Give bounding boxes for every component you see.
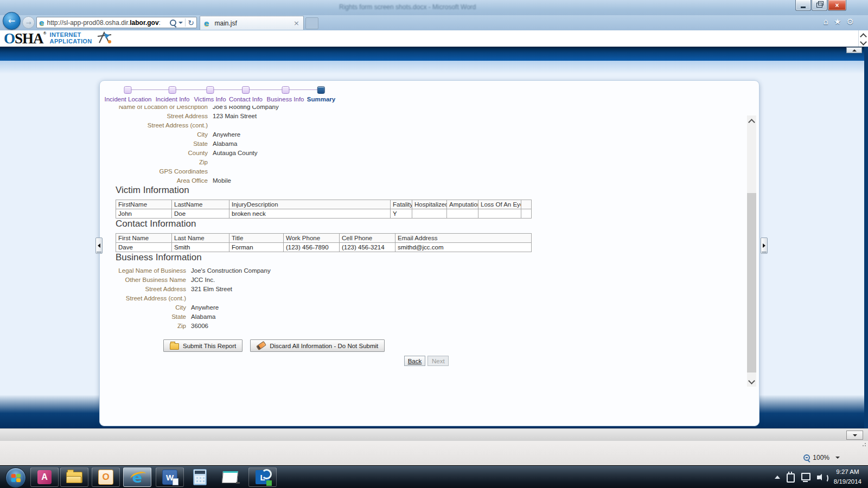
step-summary[interactable]: Summary: [307, 86, 335, 102]
table-row[interactable]: John Doe broken neck Y: [116, 209, 532, 219]
column-header[interactable]: First Name: [116, 234, 172, 243]
column-header[interactable]: Loss Of An Eye: [478, 200, 521, 209]
taskbar-item-outlook[interactable]: O: [92, 467, 120, 487]
form-row: Street Address (cont.): [116, 293, 737, 303]
column-header[interactable]: Amputation: [447, 200, 478, 209]
next-button-disabled: Next: [427, 356, 449, 366]
taskbar-item-l-app[interactable]: L: [248, 467, 277, 487]
column-header[interactable]: Email Address: [395, 234, 532, 243]
taskbar-item-word[interactable]: W: [156, 467, 184, 487]
form-row: StateAlabama: [116, 139, 737, 148]
taskbar-item-access[interactable]: A: [30, 467, 59, 487]
scrollbar-thumb[interactable]: [747, 193, 756, 373]
column-header[interactable]: LastName: [172, 200, 229, 209]
forward-nav-button[interactable]: →: [22, 16, 35, 29]
right-panel-collapse-handle[interactable]: [761, 237, 768, 254]
column-header[interactable]: Last Name: [172, 234, 229, 243]
triangle-left-icon: [98, 243, 100, 248]
column-header[interactable]: Title: [229, 234, 284, 243]
browser-tab[interactable]: e main.jsf ×: [200, 16, 304, 30]
step-business-info[interactable]: Business Info: [266, 86, 304, 102]
action-buttons: Submit This Report Discard All Informati…: [116, 339, 737, 352]
taskbar-clock[interactable]: 9:27 AM 8/19/2014: [834, 467, 861, 487]
zoom-control[interactable]: 100%: [803, 454, 840, 461]
new-tab-button[interactable]: [305, 17, 318, 29]
speaker-icon[interactable]: [817, 476, 820, 479]
folder-explorer-icon: [66, 472, 82, 483]
back-nav-button[interactable]: ←: [3, 12, 21, 30]
column-header[interactable]: FirstName: [116, 200, 172, 209]
column-header[interactable]: Hospitalized: [412, 200, 447, 209]
tab-close-icon[interactable]: ×: [293, 19, 299, 27]
table-row[interactable]: Dave Smith Forman (123) 456-7890 (123) 4…: [116, 243, 532, 252]
discard-button[interactable]: Discard All Information - Do Not Submit: [250, 339, 385, 352]
step-incident-location[interactable]: Incident Location: [105, 86, 152, 102]
tools-gear-icon[interactable]: ⚙: [847, 17, 854, 27]
refresh-icon[interactable]: ↻: [188, 19, 194, 27]
search-dropdown-icon[interactable]: [178, 22, 183, 24]
windows-logo-icon: [11, 473, 21, 482]
network-icon[interactable]: [801, 473, 810, 480]
table-cell: [412, 209, 447, 219]
edge-scroll-strip: [858, 30, 868, 47]
clock-date: 8/19/2014: [834, 477, 861, 487]
contact-table: First Name Last Name Title Work Phone Ce…: [116, 233, 532, 252]
column-header[interactable]: InjuryDescription: [229, 200, 391, 209]
taskbar-item-presentation[interactable]: [222, 471, 238, 483]
start-button[interactable]: [5, 467, 26, 488]
scroll-down-chevron-icon[interactable]: [860, 38, 867, 46]
victim-information-heading: Victim Information: [116, 185, 737, 196]
table-cell: John: [116, 209, 172, 219]
column-header[interactable]: Cell Phone: [340, 234, 395, 243]
close-button[interactable]: ×: [828, 0, 846, 11]
scrollbar-down-icon[interactable]: [748, 377, 755, 384]
table-cell: Forman: [229, 243, 284, 252]
contact-information-heading: Contact Information: [116, 219, 737, 229]
table-header-row: FirstName LastName InjuryDescription Fat…: [116, 200, 532, 209]
form-row: Street Address (cont.): [116, 120, 737, 130]
scrollbar-up-icon[interactable]: [748, 119, 755, 126]
browser-scrollbar-strip: [0, 428, 868, 440]
hidden-icons-arrow-icon[interactable]: [775, 476, 780, 479]
column-header[interactable]: Work Phone: [284, 234, 340, 243]
site-favicon-icon: e: [39, 19, 44, 27]
left-panel-collapse-handle[interactable]: [95, 237, 103, 254]
step-contact-info[interactable]: Contact Info: [229, 86, 263, 102]
url-text[interactable]: http://sl-app-prod08.osha.dir.labor.gov:: [47, 19, 161, 27]
back-button[interactable]: Back: [404, 356, 426, 366]
content-scrollbar[interactable]: [747, 115, 756, 387]
access-icon: A: [37, 470, 52, 484]
column-header[interactable]: Fatality: [391, 200, 412, 209]
form-row: CityAnywhere: [116, 130, 737, 139]
step-incident-info[interactable]: Incident Info: [156, 86, 190, 102]
osha-header-band: OSHA® INTERNET APPLICATION: [0, 30, 868, 47]
taskbar-item-explorer[interactable]: [60, 467, 88, 487]
triangle-up-icon: [852, 49, 857, 52]
business-information-heading: Business Information: [116, 252, 737, 263]
table-cell: broken neck: [229, 209, 391, 219]
collapse-up-button[interactable]: [846, 47, 862, 53]
restore-icon: [816, 3, 822, 8]
taskbar-item-calculator[interactable]: [193, 469, 207, 485]
home-icon[interactable]: ⌂: [824, 17, 829, 27]
windows-taskbar: A O e W L 9:27 AM 8/19/2: [0, 465, 868, 488]
address-bar[interactable]: e http://sl-app-prod08.osha.dir.labor.go…: [36, 17, 197, 28]
presentation-icon: [222, 471, 238, 483]
zoom-dropdown-icon[interactable]: [835, 457, 840, 459]
taskbar-item-internet-explorer[interactable]: e: [123, 467, 151, 487]
minimize-button[interactable]: [795, 0, 811, 11]
browser-statusbar: 100%: [0, 440, 868, 465]
step-victims-info[interactable]: Victims Info: [194, 86, 226, 102]
restore-button[interactable]: [812, 0, 827, 11]
submit-report-button[interactable]: Submit This Report: [163, 339, 242, 352]
screen: Rights form screen shots.docx - Microsof…: [0, 0, 868, 488]
form-card: Incident Location Incident Info Victims …: [99, 80, 760, 426]
search-icon[interactable]: [170, 20, 176, 26]
favorites-star-icon[interactable]: ★: [834, 17, 841, 27]
background-window-title: Rights form screen shots.docx - Microsof…: [339, 3, 476, 11]
header-blue-band: [0, 47, 868, 61]
step-square-icon: [206, 86, 214, 94]
power-plug-icon[interactable]: [787, 473, 795, 483]
scroll-down-button[interactable]: [846, 431, 863, 440]
forward-arrow-icon: →: [25, 19, 31, 27]
